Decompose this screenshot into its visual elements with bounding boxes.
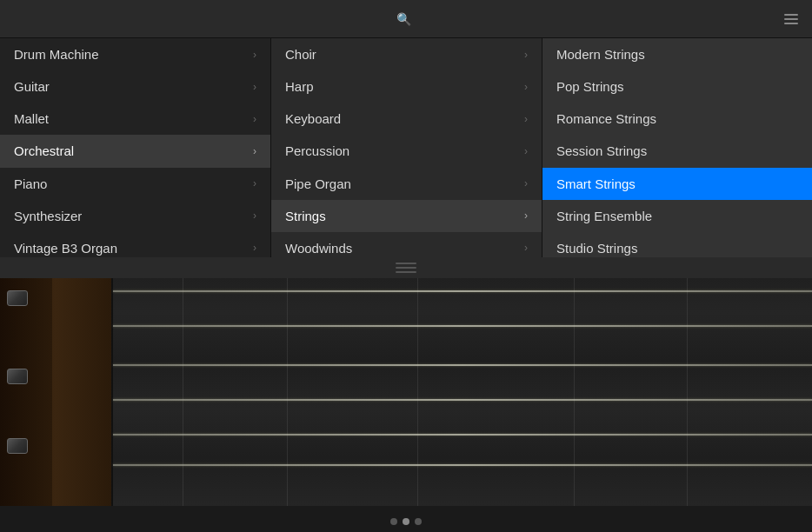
item-label: Percussion xyxy=(285,143,349,158)
item-label: Drum Machine xyxy=(14,47,99,62)
sidebar-item-drum-machine[interactable]: Drum Machine› xyxy=(0,38,270,70)
category-column: Drum Machine›Guitar›Mallet›Orchestral›Pi… xyxy=(0,38,271,264)
chevron-icon: › xyxy=(524,81,528,93)
chevron-icon: › xyxy=(253,49,256,61)
guitar-neck xyxy=(0,264,113,506)
item-label: Piano xyxy=(14,176,47,191)
string-1 xyxy=(113,290,812,292)
tuning-peg-2 xyxy=(7,369,28,384)
item-label: Harp xyxy=(285,79,314,94)
tuning-peg-1 xyxy=(7,290,28,306)
subcategory-item-harp[interactable]: Harp› xyxy=(271,70,542,103)
chevron-icon: › xyxy=(524,113,528,125)
string-4 xyxy=(113,399,812,401)
item-label: Modern Strings xyxy=(556,47,645,62)
chevron-icon: › xyxy=(524,242,528,254)
fret-line xyxy=(687,264,688,506)
sidebar-item-synthesizer[interactable]: Synthesizer› xyxy=(0,200,270,232)
search-icon: 🔍 xyxy=(396,12,411,26)
chevron-icon: › xyxy=(524,209,528,222)
item-label: Orchestral xyxy=(14,143,74,158)
chevron-icon: › xyxy=(253,81,256,93)
chevron-icon: › xyxy=(524,49,528,61)
item-label: Synthesizer xyxy=(14,209,82,223)
instrument-column: Modern StringsPop StringsRomance Strings… xyxy=(542,38,812,264)
instrument-item-smart-strings[interactable]: Smart Strings xyxy=(542,168,812,200)
divider-row xyxy=(0,257,812,278)
subcategory-item-choir[interactable]: Choir› xyxy=(271,38,542,70)
fret-line xyxy=(183,264,183,506)
item-label: Strings xyxy=(285,209,326,223)
string-board xyxy=(113,264,812,506)
chevron-icon: › xyxy=(253,113,256,125)
item-label: Smart Strings xyxy=(556,176,636,191)
sidebar-item-orchestral[interactable]: Orchestral› xyxy=(0,135,270,167)
menu-icon[interactable] xyxy=(784,14,798,24)
search-bar[interactable]: 🔍 xyxy=(0,0,812,38)
string-3 xyxy=(113,364,812,366)
instrument-item-modern-strings[interactable]: Modern Strings xyxy=(542,38,812,70)
fret-line xyxy=(287,264,288,506)
item-label: Choir xyxy=(285,47,316,62)
item-label: Keyboard xyxy=(285,111,341,126)
item-label: Mallet xyxy=(14,111,49,126)
instrument-area xyxy=(0,264,812,506)
item-label: String Ensemble xyxy=(556,209,652,223)
sidebar-item-piano[interactable]: Piano› xyxy=(0,168,270,200)
subcategory-item-percussion[interactable]: Percussion› xyxy=(271,135,542,167)
scroll-dot-2 xyxy=(403,518,409,525)
sidebar-item-mallet[interactable]: Mallet› xyxy=(0,103,270,135)
item-label: Pop Strings xyxy=(556,79,624,94)
chevron-icon: › xyxy=(524,177,528,190)
sidebar-item-guitar[interactable]: Guitar› xyxy=(0,70,270,103)
item-label: Romance Strings xyxy=(556,111,656,126)
chevron-icon: › xyxy=(253,209,256,222)
scroll-dot-1 xyxy=(390,518,397,525)
item-label: Vintage B3 Organ xyxy=(14,241,117,256)
chevron-icon: › xyxy=(253,177,256,190)
item-label: Session Strings xyxy=(556,143,647,158)
string-6 xyxy=(113,464,812,466)
item-label: Studio Strings xyxy=(556,241,637,256)
scroll-dots xyxy=(0,518,812,525)
instrument-item-session-strings[interactable]: Session Strings xyxy=(542,135,812,167)
item-label: Guitar xyxy=(14,79,50,94)
subcategory-item-strings[interactable]: Strings› xyxy=(271,200,542,232)
chevron-icon: › xyxy=(524,145,528,157)
instrument-item-romance-strings[interactable]: Romance Strings xyxy=(542,103,812,135)
subcategory-column: Choir›Harp›Keyboard›Percussion›Pipe Orga… xyxy=(271,38,542,264)
chevron-icon: › xyxy=(253,145,256,157)
instrument-item-pop-strings[interactable]: Pop Strings xyxy=(542,70,812,103)
tuning-peg-3 xyxy=(7,438,28,454)
instrument-item-string-ensemble[interactable]: String Ensemble xyxy=(542,200,812,232)
fret-line xyxy=(574,264,575,506)
item-label: Woodwinds xyxy=(285,241,352,256)
menu-area: Drum Machine›Guitar›Mallet›Orchestral›Pi… xyxy=(0,38,812,264)
string-2 xyxy=(113,325,812,327)
string-5 xyxy=(113,434,812,436)
subcategory-item-keyboard[interactable]: Keyboard› xyxy=(271,103,542,135)
fret-line xyxy=(417,264,418,506)
subcategory-item-pipe-organ[interactable]: Pipe Organ› xyxy=(271,168,542,200)
scroll-dot-3 xyxy=(415,518,422,525)
item-label: Pipe Organ xyxy=(285,176,351,191)
chevron-icon: › xyxy=(253,242,256,254)
